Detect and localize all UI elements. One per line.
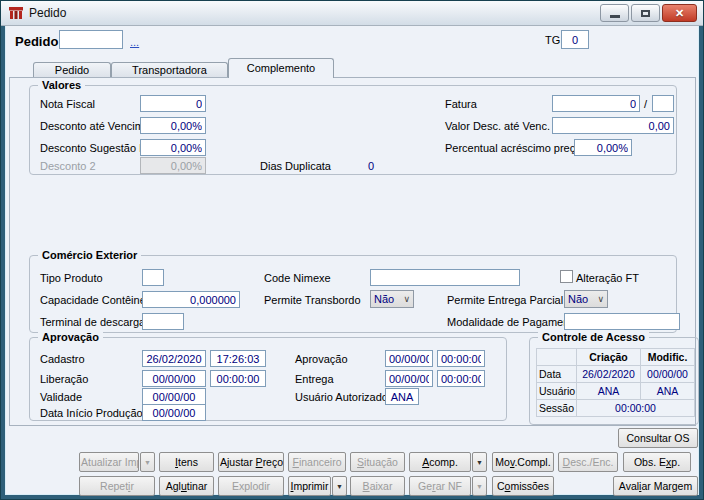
avaliar-margem-button[interactable]: Avaliar Margem <box>613 476 698 496</box>
data-inicio-producao-input[interactable] <box>142 404 206 421</box>
chevron-down-icon: ∨ <box>594 294 604 304</box>
terminal-descarga-input[interactable] <box>142 313 184 330</box>
imprimir-button[interactable]: Imprimir <box>288 476 331 496</box>
close-button[interactable]: ✕ <box>662 4 697 22</box>
atualizar-imp-dropdown-icon: ▼ <box>140 452 155 472</box>
fatura-label: Fatura <box>445 98 477 110</box>
entrega-time-input[interactable] <box>437 370 485 387</box>
cadastro-label: Cadastro <box>40 353 85 365</box>
imprimir-dropdown-icon[interactable]: ▼ <box>332 476 347 496</box>
acesso-header-blank <box>537 349 577 366</box>
liberacao-time-input[interactable] <box>210 370 266 387</box>
tab-transportadora[interactable]: Transportadora <box>111 62 228 78</box>
liberacao-date-input[interactable] <box>142 370 206 387</box>
acomp-dropdown-icon[interactable]: ▼ <box>472 452 487 472</box>
permite-transbordo-value: Não <box>374 293 394 305</box>
acesso-row-data-label: Data <box>537 366 577 383</box>
permite-entrega-parcial-combo[interactable]: Não ∨ <box>564 290 608 308</box>
mov-compl-button[interactable]: Mov.Compl. <box>492 452 554 472</box>
modalidade-pagamento-input[interactable] <box>564 313 680 330</box>
alteracao-ft-label: Alteração FT <box>576 272 639 284</box>
tipo-produto-input[interactable] <box>142 269 164 286</box>
consultar-os-button[interactable]: Consultar OS <box>618 428 698 448</box>
controle-acesso-group-title: Controle de Acesso <box>538 331 649 343</box>
acesso-header-criacao: Criação <box>577 349 641 366</box>
explodir-button: Explodir <box>218 476 284 496</box>
entrega-date-input[interactable] <box>385 370 433 387</box>
code-nimexe-input[interactable] <box>370 269 520 286</box>
acesso-header-modific: Modific. <box>641 349 695 366</box>
comissoes-button[interactable]: Comissões <box>492 476 554 496</box>
permite-entrega-parcial-value: Não <box>568 293 588 305</box>
itens-button[interactable]: Itens <box>159 452 214 472</box>
pedido-window: Pedido ✕ Pedido ... TG Pedido Transporta… <box>0 0 704 500</box>
code-nimexe-label: Code Nimexe <box>264 272 331 284</box>
nota-fiscal-label: Nota Fiscal <box>40 98 95 110</box>
financeiro-button: Financeiro <box>288 452 346 472</box>
title-bar[interactable]: Pedido ✕ <box>1 1 703 26</box>
usuario-autorizado-input[interactable] <box>385 388 419 405</box>
comercio-exterior-group: Comércio Exterior Tipo Produto Code Nime… <box>29 255 677 333</box>
obs-exp-button[interactable]: Obs. Exp. <box>623 452 691 472</box>
capacidade-conteiner-input[interactable] <box>142 291 240 308</box>
validade-label: Validade <box>40 391 82 403</box>
pedido-input[interactable] <box>59 30 123 49</box>
perc-acrescimo-input[interactable] <box>574 139 632 156</box>
dias-duplicata-value: 0 <box>368 160 374 172</box>
comercio-exterior-group-title: Comércio Exterior <box>38 249 141 261</box>
desc-enc-button: Desc./Enc. <box>558 452 618 472</box>
maximize-icon <box>641 10 650 17</box>
gerar-nf-button: Gerar NF <box>409 476 471 496</box>
tab-pedido[interactable]: Pedido <box>33 62 111 78</box>
acesso-table: Criação Modific. Data 26/02/2020 00/00/0… <box>536 348 695 417</box>
pedido-field-label: Pedido <box>15 34 58 49</box>
fatura-parcela-input[interactable] <box>652 95 674 112</box>
acesso-sessao-value: 00:00:00 <box>577 400 695 417</box>
maximize-button[interactable] <box>631 4 660 22</box>
valor-desc-input[interactable] <box>552 117 674 134</box>
close-icon: ✕ <box>675 7 684 20</box>
desconto-sugestao-input[interactable] <box>140 139 206 156</box>
alteracao-ft-checkbox[interactable] <box>560 270 573 283</box>
controle-acesso-group: Controle de Acesso Criação Modific. Data… <box>529 337 699 425</box>
desconto2-label: Desconto 2 <box>40 160 96 172</box>
tipo-produto-label: Tipo Produto <box>40 272 103 284</box>
aglutinar-button[interactable]: Aglutinar <box>159 476 214 496</box>
acomp-button[interactable]: Acomp. <box>409 452 471 472</box>
cadastro-date-input[interactable] <box>142 350 206 367</box>
situacao-button: Situação <box>350 452 405 472</box>
validade-date-input[interactable] <box>142 388 206 405</box>
capacidade-conteiner-label: Capacidade Contêiner <box>40 294 149 306</box>
nota-fiscal-input[interactable] <box>140 95 206 112</box>
cadastro-time-input[interactable] <box>210 350 266 367</box>
valores-group-title: Valores <box>38 79 85 91</box>
entrega-label: Entrega <box>295 373 334 385</box>
chevron-down-icon: ∨ <box>400 294 410 304</box>
permite-transbordo-combo[interactable]: Não ∨ <box>370 290 414 308</box>
acesso-row-sessao-label: Sessão <box>537 400 577 417</box>
pedido-lookup-link[interactable]: ... <box>130 36 139 48</box>
valor-desc-label: Valor Desc. até Venc. <box>445 120 550 132</box>
data-inicio-producao-label: Data Início Produção <box>40 407 143 419</box>
fatura-input[interactable] <box>552 95 640 112</box>
liberacao-label: Liberação <box>40 373 88 385</box>
fatura-separator: / <box>644 98 647 110</box>
permite-transbordo-label: Permite Transbordo <box>264 294 361 306</box>
modalidade-pagamento-label: Modalidade de Pagamento <box>447 316 578 328</box>
minimize-button[interactable] <box>600 4 629 22</box>
tg-input[interactable] <box>561 30 589 49</box>
acesso-usuario-modific: ANA <box>641 383 695 400</box>
tab-complemento[interactable]: Complemento <box>228 58 334 78</box>
minimize-icon <box>610 15 620 18</box>
aprovacao-time-input[interactable] <box>437 350 485 367</box>
acesso-data-criacao: 26/02/2020 <box>577 366 641 383</box>
window-title: Pedido <box>29 6 66 20</box>
aprovacao-date-input[interactable] <box>385 350 433 367</box>
perc-acrescimo-label: Percentual acréscimo preço <box>445 142 581 154</box>
desconto-venc-input[interactable] <box>140 117 206 134</box>
permite-entrega-parcial-label: Permite Entrega Parcial <box>447 294 563 306</box>
acesso-usuario-criacao: ANA <box>577 383 641 400</box>
desconto2-input <box>140 157 206 174</box>
aprovacao-group-title: Aprovação <box>38 331 103 343</box>
ajustar-precos-button[interactable]: Ajustar Preços <box>218 452 284 472</box>
